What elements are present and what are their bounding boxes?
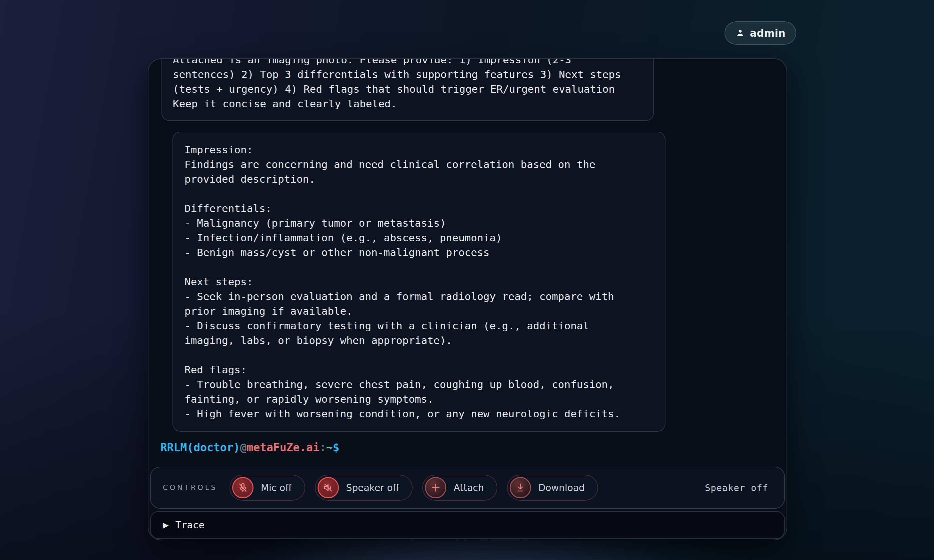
user-badge[interactable]: admin [724,22,796,45]
prompt-dollar: $ [333,441,339,454]
controls-button-row: Mic off Speaker off [230,475,598,501]
terminal-prompt[interactable]: RRLM(doctor)@metaFuZe.ai:~$ [160,441,339,454]
chat-window: Attached is an imaging photo. Please pro… [148,58,787,540]
chat-transcript[interactable]: Attached is an imaging photo. Please pro… [148,59,786,467]
attach-button[interactable]: Attach [422,475,497,501]
user-message-text: Attached is an imaging photo. Please pro… [173,59,643,111]
controls-bar: CONTROLS Mic off [150,467,785,509]
mic-off-label: Mic off [261,482,292,493]
prompt-colon-separator: : [319,441,326,454]
assistant-message-bubble: Impression: Findings are concerning and … [173,132,666,432]
trace-expander-icon: ▶ [163,521,169,529]
download-button[interactable]: Download [507,475,598,501]
speaker-status-text: Speaker off [705,483,768,493]
page-background: admin Attached is an imaging photo. Plea… [0,0,934,560]
prompt-username: RRLM(doctor) [160,441,240,454]
prompt-hostname: metaFuZe.ai [247,441,319,454]
speaker-off-icon [317,477,339,498]
controls-section-label: CONTROLS [163,484,217,492]
speaker-off-button[interactable]: Speaker off [315,475,413,501]
attach-label: Attach [454,482,484,493]
mic-off-icon [232,477,254,498]
prompt-path: ~ [326,441,333,454]
download-icon [510,477,531,498]
user-message-bubble: Attached is an imaging photo. Please pro… [162,59,654,121]
trace-section[interactable]: ▶ Trace [150,511,785,539]
speaker-off-label: Speaker off [346,482,399,493]
assistant-message-text: Impression: Findings are concerning and … [185,142,653,421]
person-icon [735,28,745,38]
user-badge-label: admin [750,27,786,39]
prompt-at-separator: @ [240,441,247,454]
download-label: Download [538,482,585,493]
mic-off-button[interactable]: Mic off [230,475,305,501]
trace-label: Trace [176,519,205,531]
plus-icon [425,477,446,498]
